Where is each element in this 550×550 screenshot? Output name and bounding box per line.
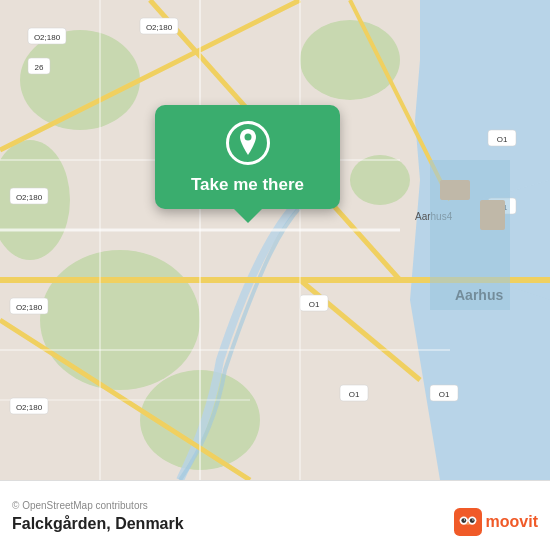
svg-point-56 — [463, 519, 464, 520]
svg-point-5 — [40, 250, 200, 390]
svg-point-7 — [300, 20, 400, 100]
svg-text:26: 26 — [35, 63, 44, 72]
moovit-logo: moovit — [454, 508, 538, 536]
svg-point-55 — [469, 518, 474, 523]
popup-card[interactable]: Take me there — [155, 105, 340, 209]
svg-text:O1: O1 — [309, 300, 320, 309]
location-icon-circle — [226, 121, 270, 165]
moovit-icon-svg — [454, 508, 482, 536]
moovit-text: moovit — [486, 513, 538, 531]
map-container: O2;180 O2;180 O2;180 O2;180 O2;180 O1 O1… — [0, 0, 550, 480]
svg-point-54 — [461, 518, 466, 523]
svg-text:O1: O1 — [349, 390, 360, 399]
svg-point-50 — [244, 134, 251, 141]
bottom-bar: © OpenStreetMap contributors Falckgården… — [0, 480, 550, 550]
svg-point-9 — [350, 155, 410, 205]
svg-text:O1: O1 — [497, 135, 508, 144]
svg-rect-49 — [480, 200, 505, 230]
svg-point-57 — [472, 519, 473, 520]
svg-text:O2;180: O2;180 — [146, 23, 173, 32]
location-pin-icon — [236, 129, 260, 157]
svg-text:O2;180: O2;180 — [16, 303, 43, 312]
svg-text:O2;180: O2;180 — [16, 403, 43, 412]
map-svg: O2;180 O2;180 O2;180 O2;180 O2;180 O1 O1… — [0, 0, 550, 480]
svg-text:O2;180: O2;180 — [34, 33, 61, 42]
svg-rect-48 — [440, 180, 470, 200]
take-me-there-button[interactable]: Take me there — [191, 175, 304, 195]
svg-text:O2;180: O2;180 — [16, 193, 43, 202]
svg-text:O1: O1 — [439, 390, 450, 399]
svg-point-3 — [20, 30, 140, 130]
